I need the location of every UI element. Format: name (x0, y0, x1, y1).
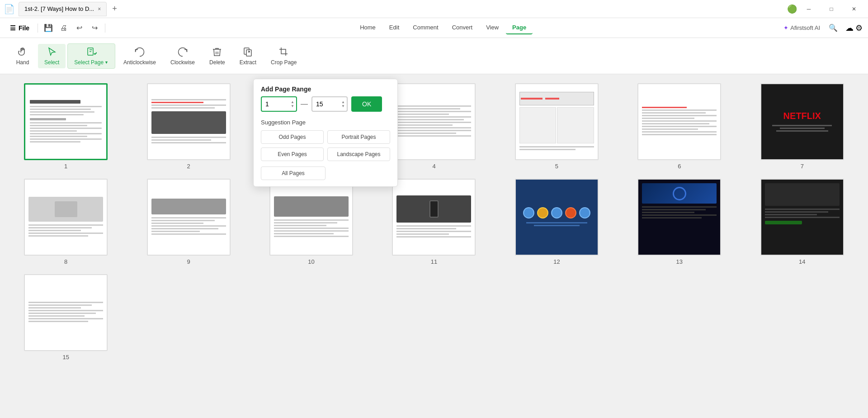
even-pages-button[interactable]: Even Pages (261, 147, 324, 161)
ai-label: Afirstsoft AI (790, 24, 820, 31)
close-window-button[interactable]: ✕ (844, 2, 864, 16)
delete-button[interactable]: Delete (203, 44, 231, 68)
close-tab-button[interactable]: × (98, 6, 101, 12)
range-from-spinner: ▲ ▼ (291, 100, 294, 108)
range-dash: — (301, 100, 308, 108)
page-image-12 (515, 179, 599, 256)
titlebar: 📄 1st-2. [7 Ways] How to D... × + 🟢 ─ □ … (0, 0, 868, 18)
page-number-6: 6 (678, 163, 681, 170)
range-from-down[interactable]: ▼ (291, 104, 294, 108)
page-image-1 (24, 83, 108, 160)
range-from-up[interactable]: ▲ (291, 100, 294, 104)
add-tab-button[interactable]: + (112, 4, 117, 14)
minimize-button[interactable]: ─ (798, 2, 819, 16)
page-thumb-7[interactable]: NETFLIX 7 (745, 83, 859, 170)
page-image-5 (515, 83, 599, 160)
restore-button[interactable]: □ (821, 2, 842, 16)
range-to-field[interactable] (316, 100, 334, 108)
page-thumb-13[interactable]: 13 (623, 179, 736, 265)
search-button[interactable]: 🔍 (826, 21, 840, 35)
hand-icon (17, 47, 28, 57)
page-thumb-12[interactable]: 12 (500, 179, 613, 265)
odd-pages-button[interactable]: Odd Pages (261, 130, 324, 144)
redo-button[interactable]: ↪ (88, 21, 101, 35)
crop-icon (278, 47, 289, 57)
select-page-label: Select Page (74, 59, 104, 66)
page-number-2: 2 (187, 163, 190, 170)
page-number-15: 15 (62, 354, 69, 361)
range-from-input[interactable]: ▲ ▼ (261, 96, 297, 112)
menu-divider-2 (105, 24, 105, 33)
page-number-7: 7 (801, 163, 804, 170)
rotate-ccw-icon (134, 47, 145, 57)
page-grid: 1 2 (0, 74, 868, 418)
portrait-pages-button[interactable]: Portrait Pages (327, 130, 390, 144)
all-pages-button[interactable]: All Pages (261, 166, 326, 180)
page-number-1: 1 (64, 163, 67, 170)
save-button[interactable]: 💾 (42, 21, 55, 35)
menu-divider-1 (38, 24, 38, 33)
extract-label: Extract (240, 59, 256, 66)
range-to-up[interactable]: ▲ (341, 100, 345, 104)
clockwise-button[interactable]: Clockwise (164, 44, 201, 68)
range-from-field[interactable] (265, 100, 283, 108)
page-image-11 (392, 179, 476, 256)
suggestion-label: Suggestion Page (254, 117, 397, 130)
page-thumb-6[interactable]: 6 (623, 83, 736, 170)
suggestion-grid: Odd Pages Portrait Pages Even Pages Land… (254, 130, 397, 166)
app-logo: 📄 (4, 4, 15, 14)
crop-page-label: Crop Page (271, 59, 297, 66)
anticlockwise-button[interactable]: Anticlockwise (117, 44, 162, 68)
extract-button[interactable]: Extract (233, 44, 263, 68)
tab-view[interactable]: View (480, 21, 505, 34)
page-thumb-9[interactable]: 9 (132, 179, 245, 265)
tab-home[interactable]: Home (354, 21, 382, 34)
rotate-cw-icon (177, 47, 188, 57)
page-thumb-14[interactable]: 14 (745, 179, 859, 265)
select-page-button[interactable]: Select Page ▼ (67, 43, 115, 69)
ok-button[interactable]: OK (351, 96, 382, 112)
ai-sparkle-icon: ✦ (783, 24, 788, 31)
page-thumb-5[interactable]: 5 (500, 83, 613, 170)
page-image-8 (24, 179, 108, 256)
tab-edit[interactable]: Edit (383, 21, 406, 34)
range-to-input[interactable]: ▲ ▼ (311, 96, 348, 112)
page-image-7: NETFLIX (760, 83, 844, 160)
page-number-4: 4 (432, 163, 435, 170)
page-thumb-8[interactable]: 8 (9, 179, 123, 265)
main-content: 1 2 (0, 74, 868, 418)
delete-label: Delete (209, 59, 225, 66)
document-tab[interactable]: 1st-2. [7 Ways] How to D... × (19, 2, 107, 16)
file-menu[interactable]: ☰ File (5, 23, 34, 33)
page-thumb-2[interactable]: 2 (132, 83, 245, 170)
tab-convert[interactable]: Convert (446, 21, 479, 34)
page-image-2 (147, 83, 231, 160)
select-tool-button[interactable]: Select (38, 44, 66, 68)
page-thumb-11[interactable]: 11 (377, 179, 491, 265)
page-thumb-10[interactable]: 10 (255, 179, 368, 265)
range-to-down[interactable]: ▼ (341, 104, 345, 108)
cursor-icon (47, 47, 57, 57)
page-thumb-1[interactable]: 1 (9, 83, 123, 170)
print-button[interactable]: 🖨 (57, 21, 71, 35)
ai-button[interactable]: ✦ Afirstsoft AI (779, 23, 825, 33)
range-to-spinner: ▲ ▼ (341, 100, 345, 108)
tab-page[interactable]: Page (506, 21, 533, 34)
undo-button[interactable]: ↩ (72, 21, 86, 35)
page-number-13: 13 (676, 258, 683, 265)
page-number-12: 12 (553, 258, 560, 265)
page-image-9 (147, 179, 231, 256)
nav-tabs: Home Edit Comment Convert View Page (109, 21, 777, 34)
landscape-pages-button[interactable]: Landscape Pages (327, 147, 390, 161)
page-thumb-15[interactable]: 15 (9, 274, 123, 361)
crop-page-button[interactable]: Crop Page (264, 44, 303, 68)
page-image-15 (24, 274, 108, 351)
page-image-14 (760, 179, 844, 256)
dialog-title: Add Page Range (254, 79, 397, 96)
tab-comment[interactable]: Comment (406, 21, 444, 34)
trash-icon (212, 47, 222, 57)
settings-icon[interactable]: ⚙ (855, 23, 863, 33)
hand-tool-button[interactable]: Hand (9, 44, 36, 68)
page-number-9: 9 (187, 258, 190, 265)
page-select-icon (86, 47, 97, 57)
